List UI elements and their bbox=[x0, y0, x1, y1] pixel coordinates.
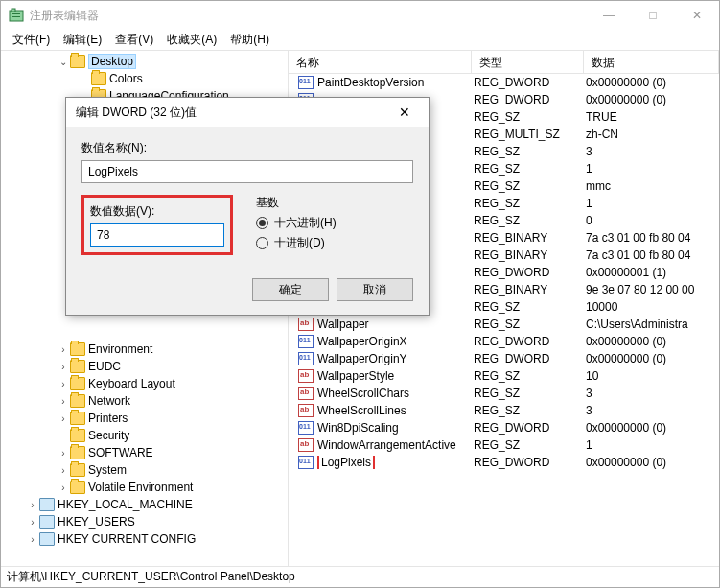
minimize-button[interactable]: — bbox=[587, 1, 631, 30]
base-label: 基数 bbox=[256, 195, 337, 211]
collapse-icon[interactable]: ⌄ bbox=[57, 57, 70, 67]
value-data: 0x00000000 (0) bbox=[584, 335, 719, 348]
list-row[interactable]: WallpaperREG_SZC:\Users\Administra bbox=[289, 316, 719, 333]
svg-rect-1 bbox=[12, 9, 15, 12]
expand-icon[interactable]: › bbox=[26, 534, 39, 545]
value-name: Win8DpiScaling bbox=[317, 421, 399, 435]
menu-favorites[interactable]: 收藏夹(A) bbox=[161, 30, 222, 50]
dialog-close-button[interactable]: ✕ bbox=[390, 105, 419, 120]
col-type[interactable]: 类型 bbox=[472, 51, 584, 73]
list-row[interactable]: WallpaperOriginXREG_DWORD0x00000000 (0) bbox=[289, 333, 719, 350]
col-data[interactable]: 数据 bbox=[584, 51, 719, 73]
list-row[interactable]: WallpaperStyleREG_SZ10 bbox=[289, 367, 719, 385]
close-button[interactable]: ✕ bbox=[675, 1, 719, 30]
hive-icon bbox=[39, 515, 55, 529]
expand-icon[interactable]: › bbox=[26, 517, 39, 528]
status-bar: 计算机\HKEY_CURRENT_USER\Control Panel\Desk… bbox=[1, 566, 719, 587]
tree-item[interactable]: ›System bbox=[1, 461, 288, 479]
tree-item[interactable]: ›HKEY CURRENT CONFIG bbox=[1, 530, 288, 548]
value-type: REG_BINARY bbox=[472, 231, 584, 245]
list-row[interactable]: Win8DpiScalingREG_DWORD0x00000000 (0) bbox=[289, 419, 719, 436]
value-data: 0x00000000 (0) bbox=[584, 93, 719, 106]
expand-icon[interactable]: › bbox=[26, 500, 39, 510]
list-row[interactable]: PaintDesktopVersionREG_DWORD0x00000000 (… bbox=[289, 74, 719, 91]
tree-item[interactable]: ›Printers bbox=[1, 410, 288, 427]
menubar: 文件(F) 编辑(E) 查看(V) 收藏夹(A) 帮助(H) bbox=[1, 30, 719, 51]
tree-item[interactable]: ›Keyboard Layout bbox=[1, 375, 288, 392]
tree-item[interactable]: ›EUDC bbox=[1, 358, 288, 375]
menu-file[interactable]: 文件(F) bbox=[7, 30, 56, 50]
radio-icon bbox=[256, 237, 268, 249]
value-name-label: 数值名称(N): bbox=[81, 140, 413, 156]
tree-item[interactable]: ›Environment bbox=[1, 341, 288, 358]
value-data: 3 bbox=[584, 404, 719, 417]
expand-icon[interactable]: › bbox=[57, 379, 70, 389]
value-data: 0x00000000 (0) bbox=[584, 421, 719, 435]
value-name: WallpaperOriginX bbox=[317, 335, 407, 348]
tree-item[interactable]: Colors bbox=[1, 70, 288, 87]
value-name: WallpaperOriginY bbox=[317, 352, 407, 365]
value-type: REG_SZ bbox=[472, 197, 584, 210]
value-type: REG_SZ bbox=[472, 110, 584, 124]
hive-icon bbox=[39, 498, 55, 511]
tree-item[interactable]: ›HKEY_USERS bbox=[1, 513, 288, 530]
tree-item[interactable]: ›SOFTWARE bbox=[1, 444, 288, 461]
cancel-button[interactable]: 取消 bbox=[337, 278, 413, 301]
expand-icon[interactable]: › bbox=[57, 448, 70, 459]
titlebar: 注册表编辑器 — □ ✕ bbox=[1, 1, 719, 30]
value-data: 0x00000000 (0) bbox=[584, 456, 719, 469]
radio-dec[interactable]: 十进制(D) bbox=[256, 235, 337, 251]
tree-item[interactable]: ›Volatile Environment bbox=[1, 479, 288, 496]
value-type: REG_SZ bbox=[472, 214, 584, 227]
value-data: zh-CN bbox=[584, 128, 719, 141]
value-data: mmc bbox=[584, 179, 719, 193]
menu-help[interactable]: 帮助(H) bbox=[224, 30, 275, 50]
regedit-icon bbox=[9, 8, 24, 23]
folder-icon bbox=[91, 72, 106, 85]
radio-icon bbox=[256, 217, 268, 229]
expand-icon[interactable]: › bbox=[57, 396, 70, 407]
tree-item[interactable]: ›Network bbox=[1, 392, 288, 410]
tree-item[interactable]: Security bbox=[1, 427, 288, 444]
string-value-icon bbox=[298, 438, 314, 452]
radio-hex[interactable]: 十六进制(H) bbox=[256, 215, 337, 231]
list-row[interactable]: WallpaperOriginYREG_DWORD0x00000000 (0) bbox=[289, 350, 719, 367]
expand-icon[interactable]: › bbox=[57, 482, 70, 493]
expand-icon[interactable]: › bbox=[57, 413, 70, 424]
folder-icon bbox=[70, 360, 85, 373]
list-row[interactable]: WheelScrollLinesREG_SZ3 bbox=[289, 402, 719, 419]
col-name[interactable]: 名称 bbox=[289, 51, 472, 73]
menu-edit[interactable]: 编辑(E) bbox=[58, 30, 107, 50]
expand-icon[interactable]: › bbox=[57, 465, 70, 476]
value-type: REG_SZ bbox=[472, 300, 584, 314]
expand-icon[interactable]: › bbox=[57, 344, 70, 355]
hive-icon bbox=[39, 532, 55, 546]
list-row[interactable]: WindowArrangementActiveREG_SZ1 bbox=[289, 436, 719, 454]
list-row[interactable]: LogPixelsREG_DWORD0x00000000 (0) bbox=[289, 454, 719, 471]
value-type: REG_MULTI_SZ bbox=[472, 128, 584, 141]
tree-item-desktop[interactable]: ⌄Desktop bbox=[1, 53, 288, 70]
ok-button[interactable]: 确定 bbox=[252, 278, 329, 301]
binary-value-icon bbox=[298, 421, 314, 435]
binary-value-icon bbox=[298, 335, 314, 348]
value-data: 9e 3e 07 80 12 00 00 bbox=[584, 283, 719, 296]
value-type: REG_SZ bbox=[472, 162, 584, 176]
value-type: REG_DWORD bbox=[472, 456, 584, 469]
folder-icon bbox=[70, 55, 85, 68]
value-type: REG_SZ bbox=[472, 404, 584, 417]
value-data: 1 bbox=[584, 197, 719, 210]
expand-icon[interactable]: › bbox=[57, 362, 70, 372]
string-value-icon bbox=[298, 404, 314, 417]
edit-dword-dialog: 编辑 DWORD (32 位)值 ✕ 数值名称(N): 数值数据(V): 基数 … bbox=[65, 97, 430, 316]
value-data: 10 bbox=[584, 369, 719, 383]
tree-item[interactable]: ›HKEY_LOCAL_MACHINE bbox=[1, 496, 288, 513]
menu-view[interactable]: 查看(V) bbox=[109, 30, 159, 50]
list-header: 名称 类型 数据 bbox=[289, 51, 719, 74]
value-name-input[interactable] bbox=[81, 160, 413, 183]
binary-value-icon bbox=[298, 456, 314, 469]
dialog-titlebar[interactable]: 编辑 DWORD (32 位)值 ✕ bbox=[66, 98, 429, 127]
list-row[interactable]: WheelScrollCharsREG_SZ3 bbox=[289, 385, 719, 402]
maximize-button[interactable]: □ bbox=[631, 1, 675, 30]
folder-icon bbox=[70, 481, 85, 494]
value-data-input[interactable] bbox=[90, 223, 224, 247]
